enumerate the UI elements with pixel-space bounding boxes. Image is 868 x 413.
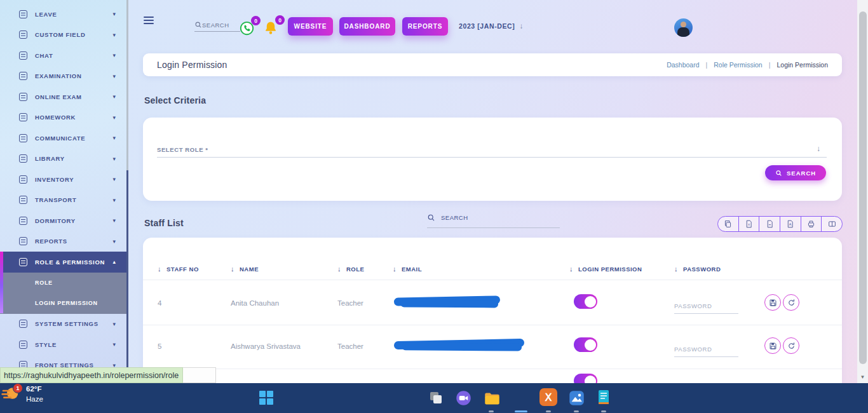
- column-header-name[interactable]: ↓NAME: [231, 265, 259, 273]
- sidebar-item-examination[interactable]: EXAMINATION▾: [0, 66, 127, 87]
- login-permission-toggle-on[interactable]: [574, 294, 597, 309]
- breadcrumb-dashboard[interactable]: Dashboard: [667, 61, 699, 69]
- sidebar-item-inventory[interactable]: INVENTORY▾: [0, 169, 127, 190]
- password-field[interactable]: [674, 299, 738, 314]
- password-input[interactable]: [674, 302, 738, 314]
- sidebar-item-dormitory[interactable]: DORMITORY▾: [0, 210, 127, 231]
- sidebar-subitem-login-permission[interactable]: LOGIN PERMISSION: [0, 293, 127, 314]
- sidebar-item-custom-field[interactable]: CUSTOM FIELD▾: [0, 25, 127, 46]
- sidebar-item-library[interactable]: LIBRARY▾: [0, 149, 127, 170]
- column-header-role[interactable]: ↓ROLE: [337, 265, 364, 273]
- page-scrollbar-track[interactable]: ▼: [857, 0, 868, 383]
- svg-text:x: x: [748, 222, 750, 226]
- folder-icon: [484, 391, 501, 407]
- copy-button[interactable]: [718, 217, 739, 231]
- sidebar-item-style[interactable]: STYLE▾: [0, 334, 127, 355]
- running-indicator: [601, 410, 606, 412]
- xampp-icon: ꓫ: [545, 391, 552, 403]
- sidebar-item-leave[interactable]: LEAVE▾: [0, 4, 127, 25]
- file-explorer-button[interactable]: [483, 389, 501, 407]
- website-button[interactable]: WEBSITE: [288, 17, 333, 36]
- chevron-down-icon[interactable]: ↓: [817, 144, 820, 153]
- notifications-button[interactable]: 0: [263, 20, 280, 36]
- criteria-search-button[interactable]: SEARCH: [765, 165, 826, 180]
- reset-password-button[interactable]: [783, 294, 799, 311]
- sidebar-item-role-permission[interactable]: ROLE & PERMISSION▴: [0, 252, 127, 273]
- xampp-button[interactable]: ꓫ: [539, 388, 557, 406]
- column-label: NAME: [240, 266, 259, 273]
- chevron-down-icon: ▾: [112, 321, 116, 327]
- password-field[interactable]: [674, 342, 738, 357]
- chevron-down-icon: ▾: [112, 11, 116, 17]
- notepad-button[interactable]: [595, 388, 613, 407]
- breadcrumb: Dashboard | Role Permission | Login Perm…: [667, 61, 828, 69]
- breadcrumb-login-permission: Login Permission: [776, 61, 828, 69]
- chevron-down-icon: ▾: [112, 156, 116, 162]
- column-label: STAFF NO: [166, 266, 199, 273]
- photos-button[interactable]: [567, 389, 585, 407]
- refresh-icon: [787, 299, 796, 307]
- reset-password-button[interactable]: [783, 337, 799, 354]
- column-header-password[interactable]: ↓PASSWORD: [674, 265, 721, 273]
- export-pdf-button[interactable]: A: [780, 217, 801, 231]
- sidebar-item-label: LEAVE: [35, 11, 57, 18]
- session-year-selector[interactable]: 2023 [JAN-DEC] ↓: [459, 22, 524, 30]
- sidebar-item-communicate[interactable]: COMMUNICATE▾: [0, 128, 127, 149]
- sidebar-item-label: CHAT: [35, 52, 53, 59]
- sidebar-item-system-settings[interactable]: SYSTEM SETTINGS▾: [0, 314, 127, 335]
- select-criteria-heading: Select Criteria: [144, 95, 206, 105]
- save-password-button[interactable]: [764, 337, 781, 354]
- column-header-staff-no[interactable]: ↓STAFF NO: [158, 265, 199, 273]
- homework-icon: [19, 113, 27, 121]
- meet-app-button[interactable]: [454, 389, 472, 407]
- print-button[interactable]: [801, 217, 822, 231]
- session-year-label: 2023 [JAN-DEC]: [459, 22, 515, 30]
- dashboard-button[interactable]: DASHBOARD: [339, 17, 395, 36]
- sidebar-item-label: INVENTORY: [35, 176, 74, 183]
- password-input[interactable]: [674, 346, 738, 357]
- hamburger-menu-icon[interactable]: [144, 17, 154, 24]
- whatsapp-badge: 0: [251, 16, 261, 25]
- sidebar-item-transport[interactable]: TRANSPORT▾: [0, 190, 127, 211]
- column-header-login-permission[interactable]: ↓LOGIN PERMISSION: [569, 265, 642, 273]
- reports-button[interactable]: REPORTS: [402, 17, 448, 36]
- chevron-down-icon: ▾: [112, 114, 116, 121]
- sidebar-item-label: STYLE: [35, 341, 57, 348]
- breadcrumb-role-permission[interactable]: Role Permission: [714, 61, 762, 69]
- cell-name: Aishwarya Srivastava: [231, 342, 301, 350]
- save-icon: [769, 299, 777, 307]
- sort-icon: ↓: [158, 265, 161, 273]
- task-view-button[interactable]: [427, 389, 445, 407]
- page-title: Login Permission: [157, 60, 227, 70]
- avatar[interactable]: [674, 18, 693, 37]
- column-visibility-button[interactable]: [822, 217, 842, 231]
- sidebar-item-label: ONLINE EXAM: [35, 93, 82, 100]
- sidebar-subitem-role[interactable]: ROLE: [0, 273, 127, 294]
- staff-list-search[interactable]: [427, 213, 560, 228]
- login-permission-toggle-on[interactable]: [574, 337, 597, 352]
- global-search[interactable]: [194, 21, 240, 32]
- login-permission-toggle-partial[interactable]: [574, 374, 597, 383]
- export-csv-button[interactable]: [759, 217, 780, 231]
- column-header-email[interactable]: ↓EMAIL: [393, 265, 422, 273]
- sidebar-item-reports[interactable]: REPORTS▾: [0, 231, 127, 252]
- select-role-dropdown[interactable]: [157, 157, 827, 158]
- column-label: ROLE: [346, 266, 364, 273]
- page-scrollbar-thumb[interactable]: [859, 11, 867, 364]
- divider: [143, 325, 842, 325]
- sidebar-item-online-exam[interactable]: ONLINE EXAM▾: [0, 86, 127, 107]
- save-password-button[interactable]: [764, 294, 781, 311]
- staff-list-search-input[interactable]: [441, 214, 543, 221]
- export-excel-button[interactable]: x: [739, 217, 760, 231]
- role-permission-icon: [19, 258, 27, 266]
- whatsapp-button[interactable]: 0: [239, 20, 255, 37]
- sidebar-scrollbar-thumb[interactable]: [126, 170, 128, 383]
- table-export-toolbar: x A: [717, 216, 843, 232]
- global-search-input[interactable]: [202, 22, 235, 29]
- start-button[interactable]: [257, 389, 275, 407]
- sidebar-item-chat[interactable]: CHAT▾: [0, 45, 127, 66]
- scroll-down-arrow[interactable]: ▼: [857, 372, 868, 382]
- sidebar-item-homework[interactable]: HOMEWORK▾: [0, 107, 127, 128]
- breadcrumb-separator: |: [769, 61, 771, 69]
- screen: LEAVE▾ CUSTOM FIELD▾ CHAT▾ EXAMINATION▾ …: [0, 0, 868, 413]
